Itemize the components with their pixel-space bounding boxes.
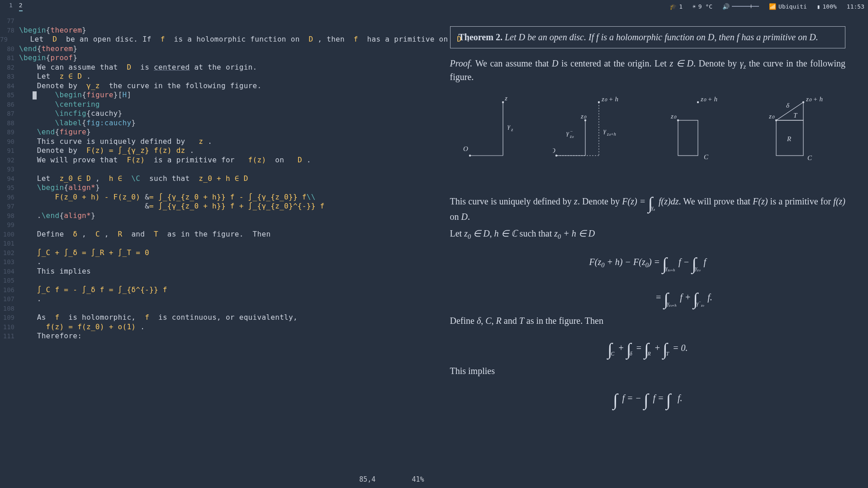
code-content[interactable]: \begin{align*} bbox=[19, 183, 100, 193]
line-number: 100 bbox=[0, 230, 19, 239]
code-content[interactable]: We will prove that F(z) is a primitive f… bbox=[19, 156, 311, 165]
code-line[interactable]: 85 \begin{figure}[H] bbox=[0, 90, 434, 100]
code-line[interactable]: 91 Denote by F(z) = ∫_{γ_z} f(z) dz . bbox=[0, 146, 434, 156]
code-line[interactable]: 82 We can assume that D is centered at t… bbox=[0, 63, 434, 72]
code-line[interactable]: 93 bbox=[0, 165, 434, 174]
proof-paragraph-1: Proof. We can assume that D is centered … bbox=[450, 57, 846, 83]
code-line[interactable]: 94 Let z_0 ∈ D , h ∈ \C such that z_0 + … bbox=[0, 174, 434, 184]
svg-text:O: O bbox=[463, 145, 468, 152]
code-content[interactable]: \end{figure} bbox=[19, 128, 91, 137]
code-line[interactable]: 88 \label{fig:cauchy} bbox=[0, 118, 434, 128]
code-content[interactable]: Let z_0 ∈ D , h ∈ \C such that z_0 + h ∈… bbox=[19, 174, 248, 184]
code-line[interactable]: 97 &= ∫_{γ_{z_0 + h}} f + ∫_{γ_{z_0}^{-}… bbox=[0, 202, 434, 211]
code-line[interactable]: 87 \incfig{cauchy} bbox=[0, 109, 434, 118]
code-line[interactable]: 90 This curve is uniquely defined by z . bbox=[0, 137, 434, 147]
code-line[interactable]: 106 ∫_C f = - ∫_δ f = ∫_{δ^{-}} f bbox=[0, 285, 434, 295]
top-status-bar: 1 2 🎓 1 ☀ 9 °C 🔊 📶 Ubiquiti ▮ 100% 11:53 bbox=[0, 0, 868, 13]
proof-paragraph-3: Let z0 ∈ D, h ∈ ℂ such that z0 + h ∈ D bbox=[450, 227, 846, 241]
code-content[interactable]: \centering bbox=[19, 100, 100, 109]
line-number: 79 bbox=[0, 35, 12, 44]
code-line[interactable]: 81\begin{proof} bbox=[0, 53, 434, 63]
code-line[interactable]: 110 f(z) = f(z_0) + o(1) . bbox=[0, 322, 434, 332]
svg-text:z₀: z₀ bbox=[670, 113, 677, 120]
code-content[interactable]: \label{fig:cauchy} bbox=[19, 118, 136, 128]
svg-text:C: C bbox=[807, 154, 812, 161]
code-content[interactable]: Therefore: bbox=[19, 332, 82, 341]
line-number: 107 bbox=[0, 294, 19, 304]
code-line[interactable]: 77 bbox=[0, 16, 434, 26]
pdf-preview-pane[interactable]: Theorem 2. Let D be an open disc. If f i… bbox=[434, 13, 868, 488]
code-line[interactable]: 102 ∫_C + ∫_δ = ∫_R + ∫_T = 0 bbox=[0, 248, 434, 258]
workspace-tab-2[interactable]: 2 bbox=[19, 2, 23, 11]
code-line[interactable]: 101 bbox=[0, 239, 434, 248]
code-line[interactable]: 111 Therefore: bbox=[0, 332, 434, 341]
workspace-tab-1[interactable]: 1 bbox=[9, 2, 13, 11]
code-line[interactable]: 95 \begin{align*} bbox=[0, 183, 434, 193]
code-content[interactable]: \incfig{cauchy} bbox=[19, 109, 122, 118]
code-line[interactable]: 92 We will prove that F(z) is a primitiv… bbox=[0, 156, 434, 165]
svg-text:z: z bbox=[504, 95, 508, 102]
code-content[interactable]: \end{theorem} bbox=[19, 44, 77, 54]
code-line[interactable]: 80\end{theorem} bbox=[0, 44, 434, 54]
code-line[interactable]: 83 Let z ∈ D . bbox=[0, 72, 434, 81]
svg-text:z₀: z₀ bbox=[580, 113, 587, 120]
code-line[interactable]: 103 . bbox=[0, 257, 434, 267]
code-content[interactable]: Denote by F(z) = ∫_{γ_z} f(z) dz . bbox=[19, 146, 194, 156]
code-line[interactable]: 84 Denote by γ_z the curve in the follow… bbox=[0, 81, 434, 91]
code-content[interactable]: . bbox=[19, 294, 42, 304]
code-content[interactable]: Define δ , C , R and T as in the figure.… bbox=[19, 230, 270, 239]
code-content[interactable]: This implies bbox=[19, 267, 91, 276]
scroll-percent: 41% bbox=[412, 475, 424, 483]
code-content[interactable]: This curve is uniquely defined by z . bbox=[19, 137, 212, 147]
code-content[interactable]: \begin{theorem} bbox=[19, 26, 86, 35]
code-line[interactable]: 96 F(z_0 + h) - F(z_0) &= ∫_{γ_{z_0 + h}… bbox=[0, 193, 434, 202]
workspace-tabs: 1 2 bbox=[4, 2, 23, 11]
code-content[interactable]: Let z ∈ D . bbox=[19, 72, 91, 81]
line-number: 110 bbox=[0, 322, 19, 332]
code-line[interactable]: 98 .\end{align*} bbox=[0, 211, 434, 221]
code-line[interactable]: 104 This implies bbox=[0, 267, 434, 276]
code-content[interactable]: ∫_C f = - ∫_δ f = ∫_{δ^{-}} f bbox=[19, 285, 167, 295]
code-content[interactable]: Denote by γ_z the curve in the following… bbox=[19, 81, 261, 91]
equation-2: ∫C + ∫δ = ∫R + ∫T = 0. bbox=[450, 334, 846, 357]
svg-text:z₀: z₀ bbox=[569, 134, 574, 139]
figure-panel-1: z O γz bbox=[463, 92, 526, 165]
code-line[interactable]: 109 As f is holomorphic, f is continuous… bbox=[0, 313, 434, 322]
cursor-icon bbox=[33, 91, 37, 99]
line-number: 95 bbox=[0, 183, 19, 193]
code-line[interactable]: 107 . bbox=[0, 294, 434, 304]
code-content[interactable]: F(z_0 + h) - F(z_0) &= ∫_{γ_{z_0 + h}} f… bbox=[19, 193, 316, 202]
volume-indicator[interactable]: 🔊 bbox=[722, 3, 759, 10]
line-number: 104 bbox=[0, 267, 19, 276]
code-line[interactable]: 108 bbox=[0, 304, 434, 313]
svg-text:z₀ + h: z₀ + h bbox=[601, 95, 618, 103]
line-number: 84 bbox=[0, 81, 19, 91]
code-content[interactable]: We can assume that D is centered at the … bbox=[19, 63, 257, 72]
code-line[interactable]: 78\begin{theorem} bbox=[0, 26, 434, 35]
code-content[interactable]: Let D be an open disc. If f is a holomor… bbox=[12, 35, 470, 44]
volume-slider-icon[interactable] bbox=[732, 6, 759, 7]
svg-text:z₀ + h: z₀ + h bbox=[806, 95, 823, 103]
code-line[interactable]: 86 \centering bbox=[0, 100, 434, 109]
code-content[interactable]: f(z) = f(z_0) + o(1) . bbox=[19, 322, 145, 332]
code-line[interactable]: 89 \end{figure} bbox=[0, 128, 434, 137]
theorem-box: Theorem 2. Let D be an open disc. If f i… bbox=[450, 26, 846, 48]
code-content[interactable]: &= ∫_{γ_{z_0 + h}} f + ∫_{γ_{z_0}^{-}} f bbox=[19, 202, 324, 211]
svg-text:−: − bbox=[570, 129, 573, 134]
proof-paragraph-2: This curve is uniquely defined by z. Den… bbox=[450, 187, 846, 223]
vim-editor-pane[interactable]: 7778\begin{theorem}79 Let D be an open d… bbox=[0, 13, 434, 488]
code-content[interactable]: \begin{proof} bbox=[19, 53, 77, 63]
line-number: 86 bbox=[0, 100, 19, 109]
code-line[interactable]: 100 Define δ , C , R and T as in the fig… bbox=[0, 230, 434, 239]
code-content[interactable]: . bbox=[19, 257, 42, 267]
code-line[interactable]: 105 bbox=[0, 276, 434, 285]
line-number: 89 bbox=[0, 128, 19, 137]
code-content[interactable]: .\end{align*} bbox=[19, 211, 95, 221]
line-number: 101 bbox=[0, 239, 19, 248]
code-content[interactable]: \begin{figure}[H] bbox=[19, 90, 131, 100]
code-content[interactable]: As f is holomorphic, f is continuous, or… bbox=[19, 313, 298, 322]
code-line[interactable]: 79 Let D be an open disc. If f is a holo… bbox=[0, 35, 434, 44]
code-content[interactable]: ∫_C + ∫_δ = ∫_R + ∫_T = 0 bbox=[19, 248, 149, 258]
code-line[interactable]: 99 bbox=[0, 220, 434, 230]
svg-text:γ: γ bbox=[508, 123, 511, 130]
